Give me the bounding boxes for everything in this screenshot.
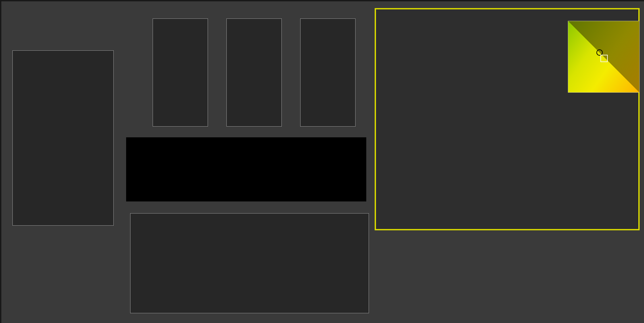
color-swatch-panel	[126, 137, 366, 201]
inset-target-square	[600, 55, 608, 62]
deltae-chart	[130, 213, 369, 313]
delta-c-chart	[226, 18, 282, 127]
cie-1931-panel	[375, 8, 640, 230]
delta-l-chart	[153, 18, 208, 127]
cie-zoom-inset	[568, 21, 640, 93]
calibration-report	[0, 0, 644, 323]
window-edge-top	[0, 0, 644, 1]
delta-h-chart	[300, 18, 356, 127]
rgb-balance-chart	[12, 50, 114, 226]
window-edge-left	[0, 0, 1, 323]
